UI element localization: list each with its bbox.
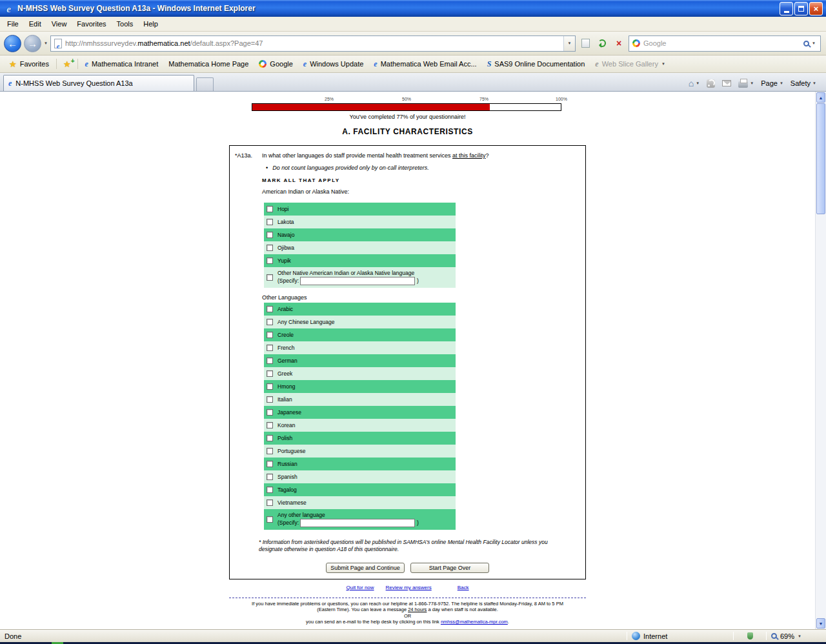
checkbox-greek[interactable] — [267, 370, 273, 377]
maximize-button[interactable] — [794, 2, 808, 15]
language-row-japanese[interactable]: Japanese — [264, 406, 456, 419]
forward-button[interactable]: → — [24, 35, 41, 52]
language-row-polish[interactable]: Polish — [264, 432, 456, 445]
checkbox-other-language[interactable] — [267, 274, 273, 281]
language-row-italian[interactable]: Italian — [264, 393, 456, 406]
submit-button[interactable]: Submit Page and Continue — [326, 563, 405, 573]
checkbox-italian[interactable] — [267, 396, 273, 403]
start-over-button[interactable]: Start Page Over — [410, 563, 489, 573]
specify-input[interactable] — [300, 277, 415, 285]
language-row-russian[interactable]: Russian — [264, 458, 456, 470]
link-quit-for-now[interactable]: Quit for now — [346, 585, 374, 590]
help-email-link[interactable]: nmhss@mathematica-mpr.com — [441, 619, 508, 625]
menu-help[interactable]: Help — [138, 17, 163, 30]
language-row-any-chinese-language[interactable]: Any Chinese Language — [264, 316, 456, 328]
checkbox-hopi[interactable] — [267, 206, 273, 212]
safety-menu-button[interactable]: Safety▼ — [791, 79, 816, 87]
zone-label: Internet — [643, 632, 667, 640]
language-row-other[interactable]: Other Native American Indian or Alaska N… — [264, 267, 456, 288]
language-row-hopi[interactable]: Hopi — [264, 203, 456, 216]
checkbox-french[interactable] — [267, 345, 273, 351]
compatibility-view-button[interactable] — [578, 35, 592, 51]
stop-button[interactable]: × — [612, 35, 626, 51]
language-row-portuguese[interactable]: Portuguese — [264, 445, 456, 458]
menu-favorites[interactable]: Favorites — [72, 17, 111, 30]
vertical-scrollbar[interactable]: ▲ ▼ — [815, 92, 826, 629]
language-row-ojibwa[interactable]: Ojibwa — [264, 241, 456, 254]
favorite-web-slice-gallery[interactable]: Web Slice Gallery▼ — [590, 57, 670, 70]
checkbox-tagalog[interactable] — [267, 487, 273, 493]
search-dropdown-icon[interactable]: ▼ — [812, 41, 816, 45]
security-zone[interactable]: Internet — [632, 632, 729, 640]
link-review-my-answers[interactable]: Review my answers — [386, 585, 432, 590]
checkbox-russian[interactable] — [267, 461, 273, 467]
checkbox-korean[interactable] — [267, 422, 273, 428]
favorite-mathematica-home-page[interactable]: Mathematica Home Page — [163, 57, 254, 70]
back-button[interactable]: ← — [4, 35, 21, 52]
checkbox-creole[interactable] — [267, 332, 273, 338]
scrollbar-thumb[interactable] — [816, 103, 825, 214]
favorite-mathematica-web-email-acc[interactable]: Mathematica Web Email Acc... — [368, 57, 481, 70]
favorite-google[interactable]: Google — [254, 57, 297, 70]
history-dropdown-icon[interactable]: ▼ — [44, 41, 48, 45]
close-button[interactable]: × — [809, 2, 823, 15]
add-favorite-button[interactable]: ★ — [59, 57, 76, 71]
checkbox-arabic[interactable] — [267, 306, 273, 312]
checkbox-vietnamese[interactable] — [267, 499, 273, 506]
address-bar[interactable]: http://nmhsssurveydev.mathematica.net/de… — [50, 35, 576, 52]
page-menu-button[interactable]: Page▼ — [761, 79, 783, 87]
language-row-hmong[interactable]: Hmong — [264, 380, 456, 393]
favorite-windows-update[interactable]: Windows Update — [298, 57, 368, 70]
address-dropdown[interactable]: ▼ — [563, 36, 575, 51]
print-button[interactable]: ▼ — [738, 79, 754, 88]
language-row-arabic[interactable]: Arabic — [264, 303, 456, 316]
checkbox-portuguese[interactable] — [267, 448, 273, 454]
checkbox-ojibwa[interactable] — [267, 245, 273, 251]
menu-edit[interactable]: Edit — [24, 17, 46, 30]
checkbox-any-chinese-language[interactable] — [267, 319, 273, 325]
language-row-lakota[interactable]: Lakota — [264, 216, 456, 228]
checkbox-japanese[interactable] — [267, 409, 273, 416]
specify-input[interactable] — [300, 519, 415, 527]
menu-tools[interactable]: Tools — [112, 17, 139, 30]
language-row-navajo[interactable]: Navajo — [264, 228, 456, 241]
zoom-control[interactable]: 69% ▼ — [771, 632, 821, 640]
favorites-button[interactable]: ★ Favorites — [4, 57, 54, 71]
search-go-button[interactable]: ▼ — [801, 41, 818, 46]
menu-view[interactable]: View — [46, 17, 72, 30]
language-row-korean[interactable]: Korean — [264, 419, 456, 432]
language-row-tagalog[interactable]: Tagalog — [264, 483, 456, 496]
feeds-button[interactable] — [707, 79, 715, 88]
checkbox-navajo[interactable] — [267, 232, 273, 238]
menu-file[interactable]: File — [2, 17, 24, 30]
favorite-mathematica-intranet[interactable]: Mathematica Intranet — [80, 57, 164, 70]
language-row-creole[interactable]: Creole — [264, 328, 456, 341]
read-mail-button[interactable] — [722, 80, 731, 86]
checkbox-spanish[interactable] — [267, 474, 273, 480]
address-url[interactable]: http://nmhsssurveydev.mathematica.net/de… — [65, 39, 560, 47]
refresh-button[interactable] — [595, 35, 609, 51]
scroll-up-button[interactable]: ▲ — [816, 92, 825, 103]
checkbox-hmong[interactable] — [267, 383, 273, 390]
language-row-other[interactable]: Any other language(Specify:) — [264, 509, 456, 530]
home-button[interactable]: ▼ — [689, 79, 700, 88]
language-row-french[interactable]: French — [264, 341, 456, 354]
language-row-german[interactable]: German — [264, 354, 456, 367]
checkbox-polish[interactable] — [267, 435, 273, 441]
tab-survey[interactable]: N-MHSS Web Survey Question A13a — [3, 75, 194, 91]
zoom-dropdown-icon[interactable]: ▼ — [798, 634, 801, 638]
checkbox-lakota[interactable] — [267, 219, 273, 225]
language-row-vietnamese[interactable]: Vietnamese — [264, 496, 456, 509]
search-box[interactable]: Google ▼ — [629, 35, 821, 52]
checkbox-german[interactable] — [267, 357, 273, 364]
new-tab-button[interactable] — [196, 77, 214, 91]
language-row-spanish[interactable]: Spanish — [264, 470, 456, 483]
scroll-down-button[interactable]: ▼ — [816, 618, 825, 629]
link-back[interactable]: Back — [458, 585, 469, 590]
favorite-sas9-online-documentation[interactable]: SAS9 Online Documentation — [482, 57, 590, 70]
minimize-button[interactable] — [780, 2, 793, 15]
checkbox-yupik[interactable] — [267, 257, 273, 264]
language-row-yupik[interactable]: Yupik — [264, 254, 456, 267]
language-row-greek[interactable]: Greek — [264, 367, 456, 380]
checkbox-other-language[interactable] — [267, 516, 273, 523]
